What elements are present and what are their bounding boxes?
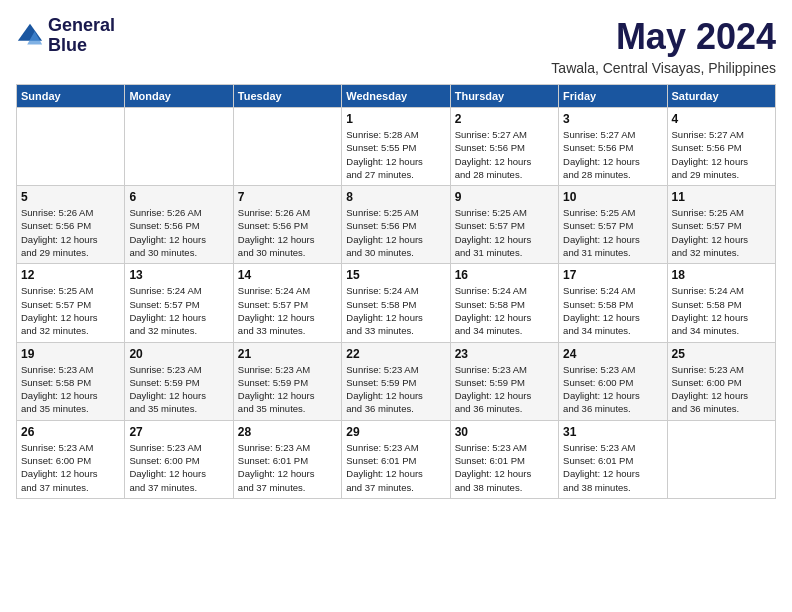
cell-content: Sunrise: 5:24 AM Sunset: 5:58 PM Dayligh… [563, 284, 662, 337]
day-number: 11 [672, 190, 771, 204]
calendar-cell [233, 108, 341, 186]
day-number: 15 [346, 268, 445, 282]
day-number: 1 [346, 112, 445, 126]
calendar-cell: 9Sunrise: 5:25 AM Sunset: 5:57 PM Daylig… [450, 186, 558, 264]
calendar-week-1: 1Sunrise: 5:28 AM Sunset: 5:55 PM Daylig… [17, 108, 776, 186]
cell-content: Sunrise: 5:26 AM Sunset: 5:56 PM Dayligh… [129, 206, 228, 259]
day-number: 6 [129, 190, 228, 204]
weekday-header-friday: Friday [559, 85, 667, 108]
cell-content: Sunrise: 5:26 AM Sunset: 5:56 PM Dayligh… [21, 206, 120, 259]
cell-content: Sunrise: 5:24 AM Sunset: 5:58 PM Dayligh… [672, 284, 771, 337]
calendar-cell [17, 108, 125, 186]
calendar-cell: 31Sunrise: 5:23 AM Sunset: 6:01 PM Dayli… [559, 420, 667, 498]
logo: General Blue [16, 16, 115, 56]
day-number: 14 [238, 268, 337, 282]
day-number: 29 [346, 425, 445, 439]
weekday-header-thursday: Thursday [450, 85, 558, 108]
day-number: 30 [455, 425, 554, 439]
calendar-table: SundayMondayTuesdayWednesdayThursdayFrid… [16, 84, 776, 499]
weekday-header-tuesday: Tuesday [233, 85, 341, 108]
day-number: 16 [455, 268, 554, 282]
calendar-cell: 13Sunrise: 5:24 AM Sunset: 5:57 PM Dayli… [125, 264, 233, 342]
calendar-week-3: 12Sunrise: 5:25 AM Sunset: 5:57 PM Dayli… [17, 264, 776, 342]
day-number: 2 [455, 112, 554, 126]
cell-content: Sunrise: 5:25 AM Sunset: 5:57 PM Dayligh… [21, 284, 120, 337]
weekday-header-sunday: Sunday [17, 85, 125, 108]
day-number: 18 [672, 268, 771, 282]
day-number: 31 [563, 425, 662, 439]
calendar-cell: 10Sunrise: 5:25 AM Sunset: 5:57 PM Dayli… [559, 186, 667, 264]
calendar-cell: 28Sunrise: 5:23 AM Sunset: 6:01 PM Dayli… [233, 420, 341, 498]
calendar-week-2: 5Sunrise: 5:26 AM Sunset: 5:56 PM Daylig… [17, 186, 776, 264]
calendar-cell: 2Sunrise: 5:27 AM Sunset: 5:56 PM Daylig… [450, 108, 558, 186]
day-number: 23 [455, 347, 554, 361]
title-block: May 2024 Tawala, Central Visayas, Philip… [551, 16, 776, 76]
calendar-cell: 15Sunrise: 5:24 AM Sunset: 5:58 PM Dayli… [342, 264, 450, 342]
calendar-cell: 19Sunrise: 5:23 AM Sunset: 5:58 PM Dayli… [17, 342, 125, 420]
cell-content: Sunrise: 5:23 AM Sunset: 5:58 PM Dayligh… [21, 363, 120, 416]
cell-content: Sunrise: 5:24 AM Sunset: 5:57 PM Dayligh… [238, 284, 337, 337]
calendar-cell [125, 108, 233, 186]
page-header: General Blue May 2024 Tawala, Central Vi… [16, 16, 776, 76]
calendar-cell: 24Sunrise: 5:23 AM Sunset: 6:00 PM Dayli… [559, 342, 667, 420]
cell-content: Sunrise: 5:25 AM Sunset: 5:57 PM Dayligh… [672, 206, 771, 259]
day-number: 24 [563, 347, 662, 361]
calendar-cell: 7Sunrise: 5:26 AM Sunset: 5:56 PM Daylig… [233, 186, 341, 264]
calendar-cell: 5Sunrise: 5:26 AM Sunset: 5:56 PM Daylig… [17, 186, 125, 264]
cell-content: Sunrise: 5:27 AM Sunset: 5:56 PM Dayligh… [672, 128, 771, 181]
calendar-cell: 25Sunrise: 5:23 AM Sunset: 6:00 PM Dayli… [667, 342, 775, 420]
cell-content: Sunrise: 5:27 AM Sunset: 5:56 PM Dayligh… [455, 128, 554, 181]
day-number: 7 [238, 190, 337, 204]
cell-content: Sunrise: 5:23 AM Sunset: 6:00 PM Dayligh… [563, 363, 662, 416]
day-number: 26 [21, 425, 120, 439]
calendar-cell: 4Sunrise: 5:27 AM Sunset: 5:56 PM Daylig… [667, 108, 775, 186]
cell-content: Sunrise: 5:23 AM Sunset: 6:01 PM Dayligh… [238, 441, 337, 494]
location: Tawala, Central Visayas, Philippines [551, 60, 776, 76]
calendar-cell: 12Sunrise: 5:25 AM Sunset: 5:57 PM Dayli… [17, 264, 125, 342]
calendar-cell [667, 420, 775, 498]
day-number: 3 [563, 112, 662, 126]
cell-content: Sunrise: 5:23 AM Sunset: 6:00 PM Dayligh… [129, 441, 228, 494]
calendar-cell: 27Sunrise: 5:23 AM Sunset: 6:00 PM Dayli… [125, 420, 233, 498]
day-number: 28 [238, 425, 337, 439]
calendar-cell: 6Sunrise: 5:26 AM Sunset: 5:56 PM Daylig… [125, 186, 233, 264]
calendar-body: 1Sunrise: 5:28 AM Sunset: 5:55 PM Daylig… [17, 108, 776, 499]
calendar-cell: 18Sunrise: 5:24 AM Sunset: 5:58 PM Dayli… [667, 264, 775, 342]
calendar-cell: 21Sunrise: 5:23 AM Sunset: 5:59 PM Dayli… [233, 342, 341, 420]
day-number: 19 [21, 347, 120, 361]
day-number: 4 [672, 112, 771, 126]
calendar-cell: 14Sunrise: 5:24 AM Sunset: 5:57 PM Dayli… [233, 264, 341, 342]
cell-content: Sunrise: 5:25 AM Sunset: 5:56 PM Dayligh… [346, 206, 445, 259]
cell-content: Sunrise: 5:23 AM Sunset: 6:00 PM Dayligh… [21, 441, 120, 494]
day-number: 13 [129, 268, 228, 282]
cell-content: Sunrise: 5:23 AM Sunset: 5:59 PM Dayligh… [346, 363, 445, 416]
weekday-header-monday: Monday [125, 85, 233, 108]
calendar-cell: 23Sunrise: 5:23 AM Sunset: 5:59 PM Dayli… [450, 342, 558, 420]
cell-content: Sunrise: 5:23 AM Sunset: 6:01 PM Dayligh… [563, 441, 662, 494]
weekday-header-saturday: Saturday [667, 85, 775, 108]
logo-icon [16, 22, 44, 50]
day-number: 9 [455, 190, 554, 204]
day-number: 5 [21, 190, 120, 204]
calendar-week-5: 26Sunrise: 5:23 AM Sunset: 6:00 PM Dayli… [17, 420, 776, 498]
day-number: 10 [563, 190, 662, 204]
calendar-cell: 11Sunrise: 5:25 AM Sunset: 5:57 PM Dayli… [667, 186, 775, 264]
cell-content: Sunrise: 5:25 AM Sunset: 5:57 PM Dayligh… [563, 206, 662, 259]
weekday-header-wednesday: Wednesday [342, 85, 450, 108]
cell-content: Sunrise: 5:23 AM Sunset: 6:00 PM Dayligh… [672, 363, 771, 416]
calendar-cell: 3Sunrise: 5:27 AM Sunset: 5:56 PM Daylig… [559, 108, 667, 186]
day-number: 21 [238, 347, 337, 361]
cell-content: Sunrise: 5:23 AM Sunset: 6:01 PM Dayligh… [346, 441, 445, 494]
cell-content: Sunrise: 5:24 AM Sunset: 5:58 PM Dayligh… [455, 284, 554, 337]
calendar-cell: 17Sunrise: 5:24 AM Sunset: 5:58 PM Dayli… [559, 264, 667, 342]
calendar-cell: 30Sunrise: 5:23 AM Sunset: 6:01 PM Dayli… [450, 420, 558, 498]
calendar-header-row: SundayMondayTuesdayWednesdayThursdayFrid… [17, 85, 776, 108]
calendar-cell: 29Sunrise: 5:23 AM Sunset: 6:01 PM Dayli… [342, 420, 450, 498]
logo-text: General Blue [48, 16, 115, 56]
cell-content: Sunrise: 5:23 AM Sunset: 5:59 PM Dayligh… [238, 363, 337, 416]
calendar-cell: 1Sunrise: 5:28 AM Sunset: 5:55 PM Daylig… [342, 108, 450, 186]
cell-content: Sunrise: 5:24 AM Sunset: 5:58 PM Dayligh… [346, 284, 445, 337]
day-number: 20 [129, 347, 228, 361]
cell-content: Sunrise: 5:23 AM Sunset: 5:59 PM Dayligh… [129, 363, 228, 416]
day-number: 27 [129, 425, 228, 439]
